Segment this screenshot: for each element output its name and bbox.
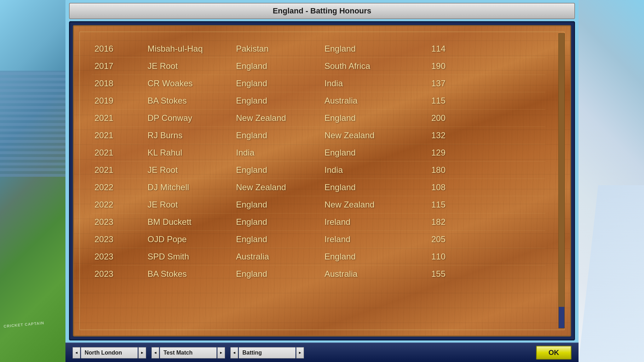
cell-player: BA Stokes: [145, 94, 233, 107]
cell-player: JE Root: [145, 164, 233, 176]
cell-score: 114: [410, 42, 453, 55]
cell-player: BM Duckett: [145, 216, 233, 228]
category-right-arrow[interactable]: ►: [296, 347, 304, 358]
cell-year: 2021: [92, 112, 145, 124]
cell-year: 2023: [92, 216, 145, 228]
cell-opponent: New Zealand: [322, 198, 410, 211]
venue-field[interactable]: North London: [81, 347, 138, 358]
match-type-field[interactable]: Test Match: [160, 347, 217, 358]
cell-team: England: [233, 268, 322, 280]
ok-button[interactable]: OK: [536, 346, 571, 360]
honours-row: 2017 JE Root England South Africa 190: [92, 58, 545, 75]
cell-score: 205: [410, 233, 453, 246]
bottom-toolbar: ◄ North London ► ◄ Test Match ► ◄ Battin…: [65, 343, 579, 362]
cell-team: New Zealand: [233, 181, 322, 194]
cell-opponent: England: [322, 42, 410, 55]
honours-row: 2022 DJ Mitchell New Zealand England 108: [92, 179, 545, 196]
honours-row: 2021 KL Rahul India England 129: [92, 144, 545, 162]
cell-player: CR Woakes: [145, 77, 233, 90]
cell-year: 2023: [92, 233, 145, 246]
scrollbar-track[interactable]: [558, 33, 565, 328]
cell-score: 129: [410, 146, 453, 159]
honours-row: 2021 DP Conway New Zealand England 200: [92, 110, 545, 127]
cell-opponent: India: [322, 77, 410, 90]
cell-score: 200: [410, 112, 453, 124]
category-dropdown[interactable]: ◄ Batting ►: [230, 347, 304, 358]
category-field[interactable]: Batting: [239, 347, 295, 358]
honours-row: 2022 JE Root England New Zealand 115: [92, 196, 545, 214]
venue-left-arrow[interactable]: ◄: [73, 347, 80, 358]
cell-opponent: India: [322, 164, 410, 176]
cell-score: 190: [410, 60, 453, 72]
cell-player: OJD Pope: [145, 233, 233, 246]
stadium-background-left: CRICKET CAPTAIN: [0, 0, 65, 362]
cell-team: New Zealand: [233, 112, 322, 124]
cell-score: 115: [410, 198, 453, 211]
cell-player: DP Conway: [145, 112, 233, 124]
cell-year: 2022: [92, 198, 145, 211]
scrollbar-thumb[interactable]: [559, 307, 564, 328]
cell-year: 2023: [92, 268, 145, 280]
cell-player: Misbah-ul-Haq: [145, 42, 233, 55]
venue-dropdown[interactable]: ◄ North London ►: [73, 347, 146, 358]
cell-score: 137: [410, 77, 453, 90]
cell-player: DJ Mitchell: [145, 181, 233, 194]
crowd-detail: [0, 71, 65, 177]
cell-score: 110: [410, 250, 453, 263]
cell-opponent: England: [322, 181, 410, 194]
dialog-title: England - Batting Honours: [69, 3, 575, 19]
cell-team: England: [233, 60, 322, 72]
cell-year: 2019: [92, 94, 145, 107]
cell-player: SPD Smith: [145, 250, 233, 263]
honours-row: 2023 BA Stokes England Australia 155: [92, 265, 545, 282]
cell-score: 155: [410, 268, 453, 280]
cell-team: England: [233, 198, 322, 211]
cell-team: England: [233, 233, 322, 246]
right-swoosh: [579, 185, 644, 362]
cell-score: 182: [410, 216, 453, 228]
cell-score: 132: [410, 129, 453, 142]
stadium-background-right: [579, 0, 644, 362]
cell-year: 2022: [92, 181, 145, 194]
cell-player: JE Root: [145, 60, 233, 72]
cell-score: 108: [410, 181, 453, 194]
cell-opponent: Ireland: [322, 233, 410, 246]
category-left-arrow[interactable]: ◄: [230, 347, 238, 358]
wood-panel: 2016 Misbah-ul-Haq Pakistan England 114 …: [73, 25, 571, 337]
outer-frame: 2016 Misbah-ul-Haq Pakistan England 114 …: [69, 21, 575, 340]
honours-row: 2023 SPD Smith Australia England 110: [92, 248, 545, 265]
cell-year: 2021: [92, 129, 145, 142]
cell-team: India: [233, 146, 322, 159]
match-type-dropdown[interactable]: ◄ Test Match ►: [151, 347, 225, 358]
cell-score: 180: [410, 164, 453, 176]
cell-year: 2021: [92, 146, 145, 159]
cell-opponent: Ireland: [322, 216, 410, 228]
cell-player: BA Stokes: [145, 268, 233, 280]
cell-team: England: [233, 94, 322, 107]
cell-score: 115: [410, 94, 453, 107]
honours-row: 2023 BM Duckett England Ireland 182: [92, 214, 545, 231]
cell-year: 2017: [92, 60, 145, 72]
honours-content[interactable]: 2016 Misbah-ul-Haq Pakistan England 114 …: [81, 33, 556, 328]
cell-opponent: Australia: [322, 268, 410, 280]
honours-row: 2021 RJ Burns England New Zealand 132: [92, 127, 545, 144]
honours-row: 2019 BA Stokes England Australia 115: [92, 92, 545, 110]
cell-year: 2018: [92, 77, 145, 90]
cell-player: JE Root: [145, 198, 233, 211]
cell-year: 2021: [92, 164, 145, 176]
cell-team: Pakistan: [233, 42, 322, 55]
cell-opponent: South Africa: [322, 60, 410, 72]
main-dialog: England - Batting Honours 2016 Misbah-ul…: [65, 0, 579, 362]
honours-row: 2021 JE Root England India 180: [92, 162, 545, 179]
honours-row: 2018 CR Woakes England India 137: [92, 75, 545, 92]
match-type-left-arrow[interactable]: ◄: [151, 347, 159, 358]
venue-right-arrow[interactable]: ►: [138, 347, 146, 358]
cell-player: RJ Burns: [145, 129, 233, 142]
cell-opponent: Australia: [322, 94, 410, 107]
cell-player: KL Rahul: [145, 146, 233, 159]
honours-row: 2016 Misbah-ul-Haq Pakistan England 114: [92, 40, 545, 58]
match-type-right-arrow[interactable]: ►: [217, 347, 225, 358]
cell-year: 2023: [92, 250, 145, 263]
cell-team: England: [233, 77, 322, 90]
cricket-caption: CRICKET CAPTAIN: [4, 321, 45, 328]
